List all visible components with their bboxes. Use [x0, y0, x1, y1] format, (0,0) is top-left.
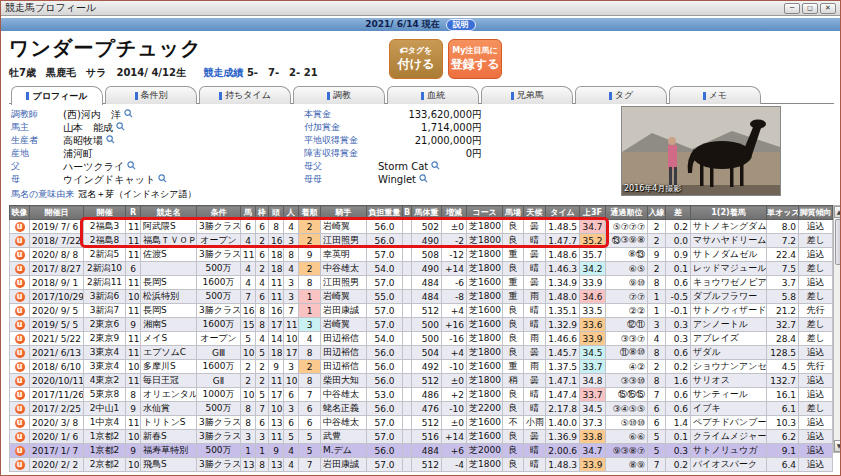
video-icon[interactable]: u: [15, 362, 25, 372]
video-cell[interactable]: u: [10, 458, 30, 472]
breeder-value[interactable]: 高昭牧場: [63, 134, 103, 148]
video-cell[interactable]: u: [10, 220, 30, 234]
video-cell[interactable]: u: [10, 430, 30, 444]
video-cell[interactable]: u: [10, 234, 30, 248]
table-row[interactable]: u2021/ 6/133東京411エプソムCGⅢ10518178田辺裕信56.0…: [10, 346, 833, 360]
video-cell[interactable]: u: [10, 402, 30, 416]
table-row[interactable]: u2018/ 9/ 12新潟1111長岡S1600万441138江田照男57.0…: [10, 276, 833, 290]
tab-training[interactable]: 調教: [293, 86, 385, 104]
table-row[interactable]: u2017/ 2/252中山19水仙賞500万871036蛯名正義56.0476…: [10, 402, 833, 416]
video-icon[interactable]: u: [15, 236, 25, 246]
register-watch-button[interactable]: My注目馬に 登録する: [448, 39, 502, 79]
video-cell[interactable]: u: [10, 346, 30, 360]
granddam-value[interactable]: Winglet: [378, 174, 416, 185]
scrollbar-thumb[interactable]: [835, 219, 841, 265]
video-cell[interactable]: u: [10, 374, 30, 388]
minimize-button[interactable]: ─: [784, 3, 800, 14]
table-row[interactable]: u2019/ 7/ 62福島311阿武隈S3勝クラス66842岩崎翼56.050…: [10, 220, 833, 234]
table-row[interactable]: u2017/11/265東京88オリエンタル1000万1051767中谷雄太53…: [10, 388, 833, 402]
sire-value[interactable]: ハーツクライ: [63, 160, 124, 174]
photo-caption: 2016年4月撮影: [624, 183, 681, 194]
tab-siblings[interactable]: 兄弟馬: [481, 86, 573, 104]
video-cell[interactable]: u: [10, 318, 30, 332]
video-icon[interactable]: u: [15, 250, 25, 260]
video-icon[interactable]: u: [15, 334, 25, 344]
scroll-up-icon[interactable]: ▲: [834, 206, 841, 218]
table-row[interactable]: u2017/ 1/ 71京都29福寿草特別500万11945M.デム56.048…: [10, 444, 833, 458]
video-icon[interactable]: u: [15, 278, 25, 288]
search-icon[interactable]: [419, 174, 428, 185]
scroll-down-icon[interactable]: ▼: [834, 440, 841, 452]
cell: 14: [269, 332, 284, 346]
maximize-button[interactable]: ◻: [802, 3, 818, 14]
cell: 1600万: [197, 276, 241, 290]
tab-profile[interactable]: プロフィール: [11, 86, 103, 105]
search-icon[interactable]: [124, 109, 133, 120]
table-row[interactable]: u2018/ 7/222福島811福島ＴＶＯＰオープン421632江田照男56.…: [10, 234, 833, 248]
table-row[interactable]: u2021/ 5/222東京911メイSオープン5414104田辺裕信54.05…: [10, 332, 833, 346]
table-row[interactable]: u2020/10/114東京211毎日王冠GⅡ2211108柴田大知56.051…: [10, 374, 833, 388]
video-icon[interactable]: u: [15, 390, 25, 400]
video-cell[interactable]: u: [10, 332, 30, 346]
table-row[interactable]: u2020/ 2/ 22京都210飛鳥S3勝クラス1381347岩田康誠57.0…: [10, 458, 833, 472]
record-label[interactable]: 競走成績: [203, 67, 243, 78]
video-cell[interactable]: u: [10, 248, 30, 262]
search-icon[interactable]: [158, 174, 167, 185]
table-row[interactable]: u2020/ 9/ 53新潟711長岡S3勝クラス1681671岩田康誠57.0…: [10, 304, 833, 318]
video-cell[interactable]: u: [10, 290, 30, 304]
cell: 6.1: [767, 402, 799, 416]
trainer-value[interactable]: (西)河内 洋: [63, 108, 121, 122]
tab-memo[interactable]: メモ: [669, 86, 761, 104]
video-icon[interactable]: u: [15, 292, 25, 302]
column-header: 単オッズ: [767, 206, 799, 220]
search-icon[interactable]: [127, 161, 136, 172]
video-cell[interactable]: u: [10, 388, 30, 402]
search-icon[interactable]: [431, 161, 440, 172]
damsire-value[interactable]: Storm Cat: [378, 161, 428, 172]
cell: 1600万: [197, 318, 241, 332]
video-icon[interactable]: u: [15, 222, 25, 232]
video-icon[interactable]: u: [15, 432, 25, 442]
video-cell[interactable]: u: [10, 262, 30, 276]
video-cell[interactable]: u: [10, 360, 30, 374]
table-row[interactable]: u2018/ 6/103東京410多摩川S1600万22932田辺裕信56.04…: [10, 360, 833, 374]
table-row[interactable]: u2019/ 5/ 52東京69湘南S1600万15817113岩崎翼57.05…: [10, 318, 833, 332]
video-cell[interactable]: u: [10, 304, 30, 318]
video-cell[interactable]: u: [10, 276, 30, 290]
close-button[interactable]: ✕: [820, 3, 836, 14]
help-button[interactable]: 説明: [446, 19, 476, 31]
video-icon[interactable]: u: [15, 348, 25, 358]
add-tag-button[interactable]: 🏷タグを 付ける: [389, 39, 443, 79]
cell: 追込: [799, 220, 833, 234]
tab-pedigree[interactable]: 血統: [387, 86, 479, 104]
video-icon[interactable]: u: [15, 320, 25, 330]
video-icon[interactable]: u: [15, 306, 25, 316]
cell: 7: [648, 458, 666, 472]
table-row[interactable]: u2017/10/293新潟610松浜特別500万761131岩崎翼55.048…: [10, 290, 833, 304]
owner-value[interactable]: 山本 能成: [63, 121, 113, 135]
cell: サトノリュウガ: [691, 444, 767, 458]
search-icon[interactable]: [106, 135, 115, 146]
table-row[interactable]: u2020/ 1/ 61京都210新春S3勝クラス331155武豊57.0516…: [10, 430, 833, 444]
dam-value[interactable]: ウイングドキャット: [63, 173, 155, 187]
tab-conditions[interactable]: 条件別: [105, 86, 197, 104]
cell: 追込: [799, 388, 833, 402]
video-cell[interactable]: u: [10, 444, 30, 458]
cell: 2017/ 2/25: [30, 402, 84, 416]
video-cell[interactable]: u: [10, 416, 30, 430]
video-icon[interactable]: u: [15, 418, 25, 428]
table-row[interactable]: u2020/ 3/ 81中京411トリトンS3勝クラス861366中谷雄太57.…: [10, 416, 833, 430]
video-icon[interactable]: u: [15, 404, 25, 414]
search-icon[interactable]: [116, 122, 125, 133]
video-icon[interactable]: u: [15, 376, 25, 386]
tab-tags[interactable]: タグ: [575, 86, 667, 104]
video-icon[interactable]: u: [15, 264, 25, 274]
table-row[interactable]: u2020/ 8/ 82新潟511佐渡S3勝クラス1161889幸英明57.05…: [10, 248, 833, 262]
video-icon[interactable]: u: [15, 446, 25, 456]
cell: 2: [299, 360, 321, 374]
video-icon[interactable]: u: [15, 460, 25, 470]
tab-best-times[interactable]: 持ちタイム: [199, 86, 291, 104]
vertical-scrollbar[interactable]: ▲ ▼: [833, 205, 841, 453]
table-row[interactable]: u2017/ 8/272新潟106500万421842中谷雄太54.0490+1…: [10, 262, 833, 276]
cell: 16: [269, 234, 284, 248]
